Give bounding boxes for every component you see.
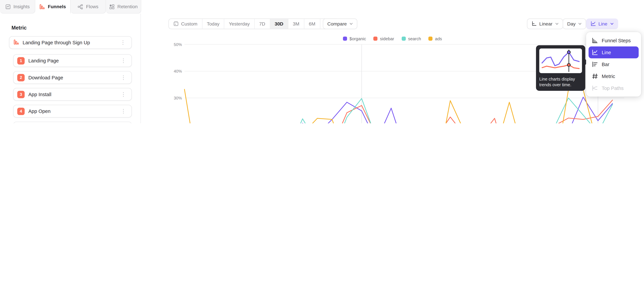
menu-item-bar[interactable]: Bar (588, 58, 639, 70)
range-label: 7D (259, 21, 265, 26)
retention-icon (109, 4, 114, 9)
range-label: Custom (181, 21, 198, 26)
scale-label: Linear (539, 21, 552, 26)
chevron-down-icon (610, 22, 614, 26)
range-30d[interactable]: 30D (270, 19, 288, 29)
range-label: Today (207, 21, 219, 26)
compare-button[interactable]: Compare (323, 18, 358, 29)
chart-type-button[interactable]: Line (586, 18, 618, 29)
interval-button[interactable]: Day (563, 18, 586, 29)
funnel-step-4[interactable]: 4App Open⋮ (13, 105, 132, 118)
line-chart-tooltip: Line charts display trends over time. (536, 45, 585, 91)
tab-label: Retention (118, 4, 138, 9)
step-label: Download Page (28, 74, 63, 80)
step-number-badge: 1 (17, 57, 25, 64)
range-7d[interactable]: 7D (254, 19, 270, 29)
legend-item-sidebar[interactable]: sidebar (374, 36, 394, 41)
kebab-icon[interactable]: ⋮ (119, 40, 127, 45)
range-label: 3M (293, 21, 299, 26)
step-label: App Install (28, 92, 51, 97)
menu-item-top-paths: Top Paths (588, 82, 639, 94)
menu-item-label: Funnel Steps (602, 38, 631, 43)
range-label: 30D (275, 21, 284, 26)
series-sidebar[interactable] (184, 100, 613, 123)
query-sidebar: Metric Landing Page through Sign Up ⋮ 1L… (0, 14, 141, 123)
step-label: Landing Page (28, 58, 59, 64)
step-number-badge: 4 (17, 108, 25, 115)
menu-item-label: Metric (602, 73, 615, 79)
tab-label: Flows (86, 4, 98, 9)
metric-card[interactable]: Landing Page through Sign Up ⋮ (9, 36, 132, 49)
kebab-icon[interactable]: ⋮ (119, 92, 128, 97)
legend-item-organic[interactable]: $organic (343, 36, 366, 41)
tooltip-text: Line charts display trends over time. (539, 76, 582, 88)
tab-insights[interactable]: Insights (0, 0, 36, 14)
legend-swatch (374, 36, 378, 40)
legend-item-search[interactable]: search (402, 36, 421, 41)
funnel-step-2[interactable]: 2Download Page⋮ (13, 71, 132, 84)
bar-chart-icon (592, 61, 598, 68)
legend-swatch (402, 36, 406, 40)
series-organic[interactable] (184, 97, 613, 123)
range-yesterday[interactable]: Yesterday (224, 19, 255, 29)
scale-button[interactable]: Linear (527, 18, 563, 29)
range-label: 6M (309, 21, 315, 26)
line-chart-icon (592, 49, 598, 56)
funnel-step-3[interactable]: 3App Install⋮ (13, 88, 132, 101)
series-search[interactable] (184, 98, 613, 123)
y-axis-label: 40% (166, 69, 182, 74)
chevron-down-icon (555, 22, 559, 26)
menu-item-label: Bar (602, 62, 610, 67)
range-6m[interactable]: 6M (304, 19, 320, 29)
chart-type-dropdown: Funnel StepsLineBarMetricTop Paths (586, 32, 641, 96)
tab-label: Funnels (48, 4, 66, 9)
interval-label: Day (567, 21, 576, 26)
menu-item-funnel-steps[interactable]: Funnel Steps (588, 34, 639, 46)
chart-legend: $organicsidebarsearchads (141, 36, 644, 41)
app-window: InsightsFunnelsFlowsRetention Metric Lan… (0, 0, 644, 123)
metric-name: Landing Page through Sign Up (23, 40, 90, 45)
range-today[interactable]: Today (202, 19, 224, 29)
tooltip-mini-chart (539, 48, 582, 73)
date-range-segmented-control: CustomTodayYesterday7D30D3M6M12M (168, 18, 339, 29)
flows-icon (78, 4, 83, 9)
range-3m[interactable]: 3M (288, 19, 304, 29)
range-label: Yesterday (229, 21, 250, 26)
legend-swatch (343, 36, 347, 40)
y-axis-label: 20% (166, 123, 182, 123)
menu-item-line[interactable]: Line (588, 46, 639, 58)
funnel-step-1[interactable]: 1Landing Page⋮ (13, 54, 132, 67)
chevron-down-icon (350, 22, 353, 26)
funnel-step-5[interactable]: 5Sign Up⋮ (13, 122, 132, 123)
menu-item-metric[interactable]: Metric (588, 70, 639, 82)
menu-item-label: Line (602, 50, 611, 55)
menu-item-label: Top Paths (602, 85, 624, 91)
legend-item-ads[interactable]: ads (428, 36, 442, 41)
axis-icon (532, 21, 537, 27)
funnel-icon (14, 39, 19, 46)
tab-flows[interactable]: Flows (70, 0, 106, 14)
legend-label: search (408, 36, 421, 41)
step-label: App Open (28, 108, 50, 114)
legend-label: $organic (350, 36, 366, 41)
legend-swatch (428, 36, 432, 40)
funnel-steps-icon (592, 38, 598, 44)
kebab-icon[interactable]: ⋮ (119, 58, 128, 63)
kebab-icon[interactable]: ⋮ (119, 108, 128, 114)
legend-label: ads (435, 36, 442, 41)
tab-label: Insights (14, 4, 30, 9)
chevron-down-icon (578, 22, 582, 26)
tab-retention[interactable]: Retention (106, 0, 142, 14)
kebab-icon[interactable]: ⋮ (119, 75, 128, 80)
line-chart-icon (591, 21, 596, 27)
chart-type-label: Line (598, 21, 607, 26)
tab-funnels[interactable]: Funnels (36, 0, 71, 14)
top-paths-icon (592, 85, 598, 91)
range-custom[interactable]: Custom (169, 19, 202, 29)
calendar-icon (173, 21, 178, 27)
series-ads[interactable] (184, 89, 613, 123)
y-axis-label: 50% (166, 42, 182, 47)
step-number-badge: 2 (17, 74, 25, 81)
y-axis-label: 30% (166, 96, 182, 100)
report-type-tabbar: InsightsFunnelsFlowsRetention (0, 0, 644, 14)
